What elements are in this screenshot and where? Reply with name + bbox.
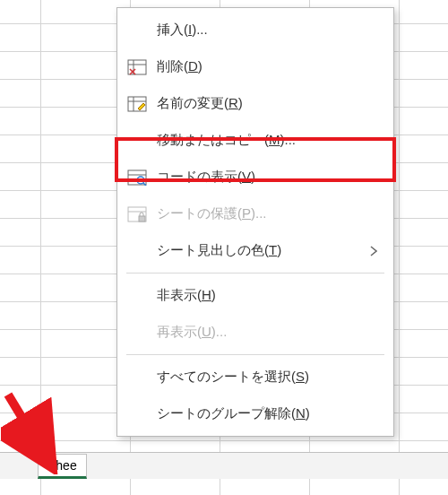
svg-point-12 (137, 177, 144, 184)
chevron-right-icon (370, 246, 383, 256)
blank-icon (125, 367, 150, 388)
menu-item-view-code[interactable]: コードの表示(V) (117, 159, 393, 195)
blank-icon (125, 130, 150, 152)
menu-label: 削除(D) (157, 58, 383, 75)
menu-label: 非表示(H) (157, 287, 383, 304)
menu-label: シートの保護(P)... (157, 205, 383, 222)
menu-item-ungroup-sheets[interactable]: シートのグループ解除(N) (117, 395, 393, 432)
sheet-context-menu: 挿入(I)... 削除(D) 名前の変更(R) 移動またはコピー( (116, 7, 394, 437)
menu-item-tab-color[interactable]: シート見出しの色(T) (117, 232, 393, 269)
blank-icon (125, 285, 150, 307)
menu-label: コードの表示(V) (157, 169, 383, 186)
sheet-tab-active[interactable]: Shee (38, 454, 87, 479)
svg-rect-16 (139, 216, 145, 221)
delete-sheet-icon (125, 56, 150, 78)
menu-label: すべてのシートを選択(S) (157, 369, 383, 386)
menu-label: 移動またはコピー(M)... (157, 132, 383, 149)
view-code-icon (125, 167, 150, 188)
menu-item-move-copy[interactable]: 移動またはコピー(M)... (117, 122, 393, 159)
menu-label: 挿入(I)... (157, 22, 383, 39)
sheet-tab-label: Shee (47, 458, 77, 473)
menu-item-unhide: 再表示(U)... (117, 314, 393, 351)
menu-item-protect-sheet: シートの保護(P)... (117, 195, 393, 232)
menu-label: シートのグループ解除(N) (157, 405, 383, 422)
menu-separator (126, 354, 384, 355)
menu-item-select-all-sheets[interactable]: すべてのシートを選択(S) (117, 359, 393, 395)
sheet-tab-bar: Shee (0, 452, 448, 479)
menu-item-insert[interactable]: 挿入(I)... (117, 12, 393, 48)
svg-rect-2 (128, 60, 146, 74)
menu-label: 再表示(U)... (157, 324, 383, 341)
blank-icon (125, 240, 150, 262)
protect-sheet-icon (125, 204, 150, 225)
rename-icon (125, 93, 150, 115)
blank-icon (125, 322, 150, 343)
menu-item-delete[interactable]: 削除(D) (117, 48, 393, 85)
blank-icon (125, 20, 150, 41)
menu-label: 名前の変更(R) (157, 95, 383, 112)
menu-label: シート見出しの色(T) (157, 242, 370, 259)
menu-separator (126, 273, 384, 274)
blank-icon (125, 404, 150, 425)
menu-item-hide[interactable]: 非表示(H) (117, 277, 393, 314)
menu-item-rename[interactable]: 名前の変更(R) (117, 85, 393, 122)
